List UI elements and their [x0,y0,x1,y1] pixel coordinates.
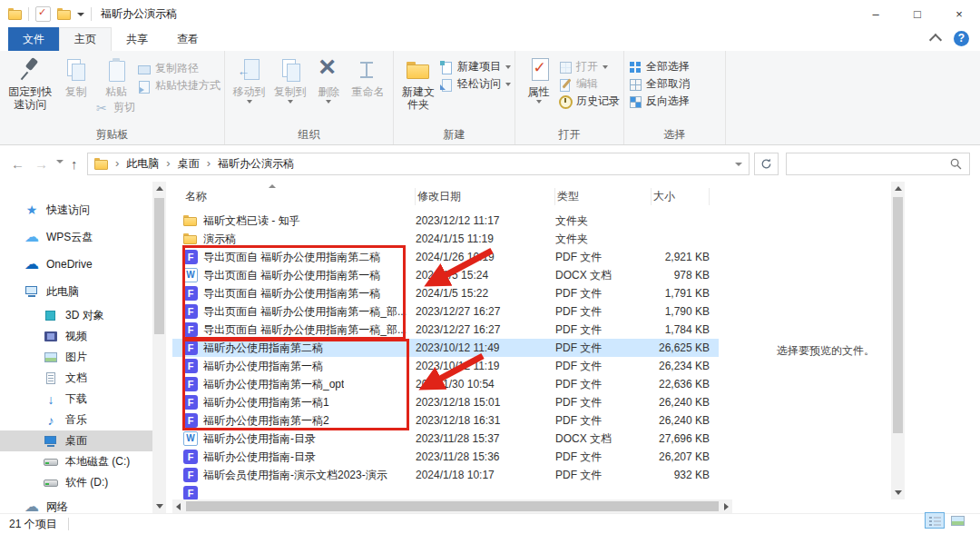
file-row[interactable]: 福昕办公使用指南第二稿 2023/10/12 11:49 PDF 文件 26,6… [172,339,719,357]
file-row[interactable]: 福昕办公使用指南第一稿1 2023/12/18 15:01 PDF 文件 26,… [172,393,719,411]
scroll-right-icon[interactable] [724,503,729,510]
sidebar-item-label: 桌面 [65,433,87,449]
select-all-button[interactable]: 全部选择 [628,58,690,75]
file-row[interactable]: 导出页面自 福昕办公使用指南第二稿 2024/1/26 10:19 PDF 文件… [172,248,719,266]
history-clock-icon [558,94,573,109]
sidebar-item[interactable]: 软件 (D:) [0,472,152,493]
sidebar-item[interactable]: 视频 [0,326,152,347]
folder-icon[interactable] [57,8,71,20]
chevron-down-icon[interactable] [735,163,742,166]
sidebar-item-icon [43,392,59,407]
checkmark-icon[interactable] [35,6,51,22]
cut-button[interactable]: 剪切 [95,99,135,116]
folder-icon [94,158,108,170]
tab-share[interactable]: 共享 [112,27,162,51]
column-header-name[interactable]: 名称 [183,188,416,205]
rename-button[interactable]: 重命名 [347,54,389,99]
refresh-button[interactable] [754,153,779,175]
file-modified-date: 2023/11/28 15:37 [416,432,555,445]
paste-shortcut-button[interactable]: 粘贴快捷方式 [137,77,220,94]
scroll-up-icon[interactable] [156,186,163,191]
file-row[interactable]: 导出页面自 福昕办公使用指南第一稿_部... 2023/12/27 16:27 … [172,321,719,339]
maximize-button[interactable]: □ [897,0,938,27]
file-row[interactable]: 导出页面自 福昕办公使用指南第一稿 2024/1/5 15:22 PDF 文件 … [172,284,719,302]
search-input[interactable] [794,157,950,172]
scroll-down-icon[interactable] [156,504,163,509]
column-header-date[interactable]: 修改日期 [416,188,555,205]
history-button[interactable]: 历史记录 [558,93,620,110]
scroll-left-icon[interactable] [176,503,181,510]
sidebar-item[interactable]: 3D 对象 [0,305,152,326]
breadcrumb-item[interactable]: 此电脑 [108,156,159,172]
breadcrumb[interactable]: 此电脑 桌面 福昕办公演示稿 [87,153,750,175]
new-item-button[interactable]: 新建项目 [439,58,511,75]
edit-button[interactable]: 编辑 [558,75,598,93]
breadcrumb-item[interactable]: 福昕办公演示稿 [200,156,294,172]
sidebar-scrollbar[interactable] [152,182,166,513]
search-box[interactable] [786,153,970,175]
sidebar-item-icon [43,476,59,490]
up-icon[interactable]: ↑ [71,156,78,172]
file-row[interactable]: 福昕办公使用指南第一稿 2023/10/12 11:19 PDF 文件 26,2… [172,357,719,375]
sidebar-item[interactable]: 此电脑 [0,278,152,305]
tab-file[interactable]: 文件 [8,27,59,51]
file-row[interactable]: 福昕办公使用指南-目录 2023/11/28 15:37 DOCX 文档 27,… [172,430,719,448]
forward-icon[interactable]: → [34,156,48,172]
move-to-button[interactable]: 移动到 [229,54,270,104]
copy-path-button[interactable]: 复制路径 [137,60,199,77]
invert-selection-button[interactable]: 反向选择 [628,93,690,110]
sidebar-item[interactable]: OneDrive [0,251,152,278]
sidebar-item[interactable]: 音乐 [0,410,152,430]
sidebar-item[interactable]: 下载 [0,389,152,410]
select-none-button[interactable]: 全部取消 [628,75,690,93]
recent-locations-chevron-icon[interactable] [56,160,64,163]
pin-to-quick-access-button[interactable]: 固定到快速访问 [4,54,56,113]
file-row[interactable] [172,484,719,499]
sidebar-item[interactable]: 图片 [0,347,152,368]
group-label-clipboard: 剪贴板 [0,127,224,143]
file-row[interactable]: 导出页面自 福昕办公使用指南第一稿 2024/1/5 15:24 DOCX 文档… [172,266,719,284]
tab-view[interactable]: 查看 [162,27,213,51]
thumbnail-view-button[interactable] [947,512,967,529]
easy-access-button[interactable]: 轻松访问 [439,75,511,93]
breadcrumb-item[interactable]: 桌面 [159,156,199,172]
quick-access-toolbar [0,6,92,22]
copy-button[interactable]: 复制 [56,54,95,99]
minimize-button[interactable]: – [855,0,897,27]
sidebar-item[interactable]: WPS云盘 [0,223,152,251]
scrollbar-thumb[interactable] [154,198,164,334]
chevron-down-icon[interactable] [77,13,84,16]
sidebar-item[interactable]: 网络 [0,493,152,513]
file-modified-date: 2023/12/27 16:27 [416,323,555,336]
sidebar-item[interactable]: 桌面 [0,430,152,451]
group-label-open: 打开 [515,127,623,143]
file-row[interactable]: 福昕办公使用指南第一稿2 2023/12/18 16:31 PDF 文件 26,… [172,411,719,430]
paste-button[interactable]: 粘贴 [95,54,137,99]
file-type: 文件夹 [555,232,652,247]
back-icon[interactable]: ← [11,156,24,172]
file-row[interactable]: 福昕会员使用指南-演示文档2023-演示 2024/1/18 10:17 PDF… [172,466,719,484]
column-header-type[interactable]: 类型 [555,188,652,205]
delete-button[interactable]: 删除 [310,54,347,104]
tab-home[interactable]: 主页 [59,27,112,51]
file-row[interactable]: 福昕办公使用指南第一稿_opt 2024/1/30 10:54 PDF 文件 2… [172,375,719,393]
open-button[interactable]: 打开 [558,58,608,75]
scrollbar-thumb[interactable] [186,501,719,511]
file-row[interactable]: 福昕办公使用指南-目录 2023/11/28 15:36 PDF 文件 26,2… [172,448,719,466]
file-row[interactable]: 福昕文档已读 - 知乎 2023/12/12 11:17 文件夹 [172,212,719,230]
sidebar-item[interactable]: 文档 [0,368,152,389]
file-modified-date: 2023/12/27 16:27 [416,305,555,318]
copy-to-button[interactable]: 复制到 [270,54,310,104]
sidebar-item[interactable]: 快速访问 [0,196,152,223]
file-type-icon [183,213,198,228]
horizontal-scrollbar[interactable] [172,499,732,513]
new-folder-button[interactable]: 新建文件夹 [397,54,439,113]
sidebar-item[interactable]: 本地磁盘 (C:) [0,451,152,472]
help-icon[interactable]: ? [954,31,969,46]
file-row[interactable]: 导出页面自 福昕办公使用指南第一稿_部... 2023/12/27 16:27 … [172,302,719,321]
close-button[interactable]: × [938,0,980,27]
details-view-button[interactable] [925,512,945,529]
file-row[interactable]: 演示稿 2024/1/15 11:19 文件夹 [172,230,719,248]
column-header-size[interactable]: 大小 [652,188,710,205]
properties-button[interactable]: 属性 [519,54,558,104]
